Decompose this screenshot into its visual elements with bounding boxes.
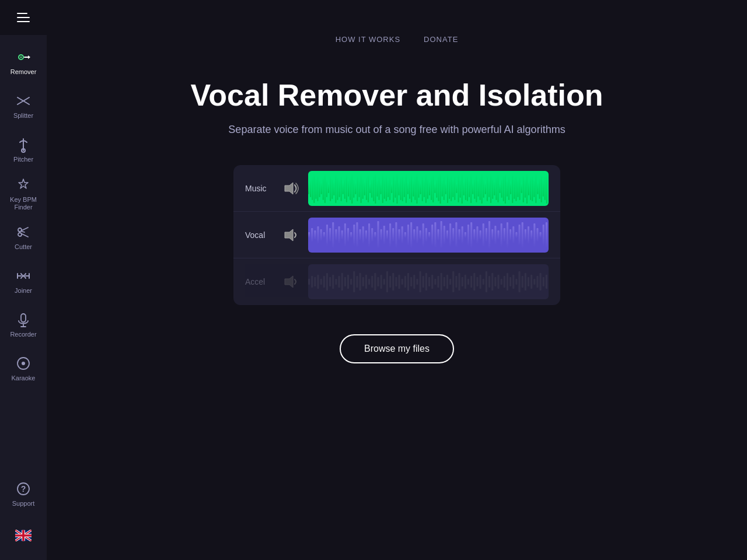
- svg-rect-248: [350, 279, 352, 285]
- svg-rect-239: [323, 276, 325, 288]
- sidebar-item-cutter[interactable]: Cutter: [0, 216, 47, 260]
- svg-rect-172: [365, 230, 367, 240]
- svg-rect-309: [533, 279, 535, 285]
- svg-rect-297: [497, 275, 499, 289]
- svg-rect-114: [480, 177, 481, 200]
- sidebar-item-recorder[interactable]: Recorder: [0, 303, 47, 347]
- support-icon: ?: [15, 481, 32, 497]
- svg-rect-100: [454, 177, 455, 200]
- svg-rect-229: [536, 228, 538, 242]
- svg-rect-28: [324, 174, 326, 203]
- svg-rect-228: [533, 223, 535, 247]
- sidebar-item-karaoke[interactable]: Karaoke: [0, 347, 47, 391]
- svg-rect-295: [491, 273, 493, 290]
- browse-my-files-button[interactable]: Browse my files: [340, 334, 454, 363]
- nav-donate[interactable]: DONATE: [424, 35, 458, 44]
- svg-rect-104: [462, 173, 463, 204]
- svg-rect-232: [546, 222, 547, 248]
- svg-rect-136: [519, 177, 521, 200]
- svg-rect-41: [348, 180, 349, 197]
- svg-rect-94: [444, 177, 445, 200]
- karaoke-icon: [15, 355, 32, 372]
- svg-rect-76: [411, 174, 412, 202]
- svg-rect-202: [455, 222, 457, 248]
- svg-rect-302: [512, 275, 514, 289]
- svg-rect-277: [437, 276, 439, 288]
- svg-rect-224: [522, 222, 523, 248]
- svg-rect-85: [427, 178, 428, 199]
- svg-rect-170: [359, 229, 361, 241]
- svg-rect-288: [470, 276, 472, 288]
- svg-point-14: [22, 362, 25, 365]
- svg-rect-213: [488, 221, 490, 249]
- svg-rect-256: [374, 273, 376, 290]
- svg-rect-62: [386, 176, 387, 201]
- sidebar-item-splitter[interactable]: Splitter: [0, 85, 47, 128]
- svg-rect-291: [480, 275, 481, 289]
- svg-rect-142: [530, 177, 531, 200]
- svg-rect-145: [535, 174, 536, 203]
- svg-rect-221: [512, 226, 514, 244]
- svg-rect-178: [383, 226, 385, 244]
- svg-marker-3: [28, 55, 30, 59]
- svg-rect-92: [440, 173, 441, 204]
- svg-rect-128: [505, 173, 506, 204]
- svg-rect-246: [344, 277, 346, 286]
- sidebar-item-keybpm[interactable]: Key BPM Finder: [0, 172, 47, 216]
- svg-rect-166: [347, 228, 349, 242]
- svg-rect-140: [526, 173, 528, 204]
- page-subtitle: Separate voice from music out of a song …: [228, 124, 565, 136]
- svg-marker-152: [285, 229, 293, 241]
- svg-rect-287: [467, 279, 469, 285]
- svg-rect-169: [356, 222, 358, 248]
- joiner-icon: [15, 268, 32, 284]
- svg-rect-20: [310, 180, 311, 197]
- waveform-accel-bars: [308, 264, 549, 299]
- svg-rect-127: [503, 176, 504, 201]
- svg-rect-199: [446, 230, 448, 240]
- svg-rect-118: [487, 176, 488, 201]
- svg-rect-255: [371, 276, 373, 288]
- svg-rect-77: [413, 180, 414, 197]
- svg-rect-241: [329, 277, 331, 286]
- svg-rect-103: [460, 179, 461, 198]
- svg-rect-286: [465, 275, 466, 289]
- svg-rect-144: [533, 180, 535, 197]
- sidebar-item-support[interactable]: ? Support: [0, 473, 47, 516]
- svg-rect-33: [333, 181, 334, 195]
- svg-rect-134: [515, 176, 516, 201]
- sidebar-item-support-label: Support: [12, 500, 35, 508]
- svg-rect-156: [317, 226, 319, 244]
- hamburger-button[interactable]: [0, 0, 47, 35]
- svg-rect-165: [344, 223, 346, 247]
- svg-rect-74: [407, 183, 409, 194]
- sidebar-item-remover-label: Remover: [11, 68, 37, 76]
- music-speaker-icon: [280, 178, 301, 199]
- svg-rect-200: [449, 223, 451, 247]
- sidebar-item-joiner[interactable]: Joiner: [0, 260, 47, 303]
- svg-rect-164: [341, 230, 343, 240]
- svg-rect-123: [495, 177, 497, 200]
- remover-icon: [15, 49, 32, 65]
- svg-rect-290: [476, 277, 478, 286]
- sidebar-item-language[interactable]: [0, 519, 47, 551]
- svg-rect-75: [409, 178, 410, 199]
- svg-rect-279: [444, 277, 445, 286]
- svg-rect-24: [317, 176, 318, 201]
- sidebar-item-pitcher[interactable]: Pitcher: [0, 128, 47, 172]
- svg-rect-244: [338, 276, 340, 288]
- sidebar-item-cutter-label: Cutter: [15, 243, 32, 251]
- nav-how-it-works[interactable]: HOW IT WORKS: [336, 35, 400, 44]
- svg-rect-48: [361, 174, 362, 203]
- svg-rect-73: [406, 174, 407, 203]
- svg-rect-151: [546, 173, 547, 204]
- sidebar-item-remover[interactable]: Remover: [0, 41, 47, 85]
- svg-rect-49: [362, 178, 364, 199]
- svg-rect-93: [442, 180, 443, 197]
- svg-rect-190: [420, 230, 421, 240]
- svg-rect-258: [381, 275, 382, 289]
- svg-line-9: [22, 232, 25, 233]
- main-content: HOW IT WORKS DONATE Vocal Remover and Is…: [47, 0, 747, 560]
- svg-rect-189: [416, 226, 418, 244]
- svg-rect-260: [386, 271, 388, 292]
